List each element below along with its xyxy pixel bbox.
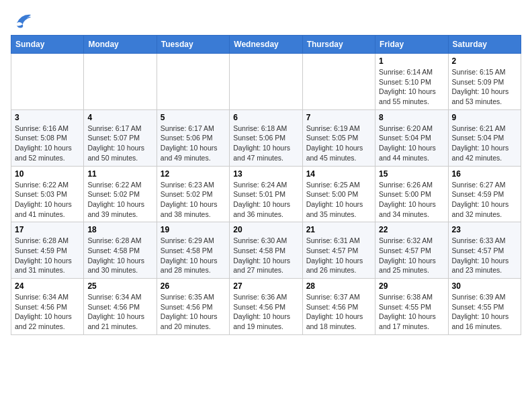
day-info: Sunrise: 6:21 AMSunset: 5:04 PMDaylight:… (452, 124, 517, 163)
calendar-header-row: SundayMondayTuesdayWednesdayThursdayFrid… (11, 36, 521, 54)
weekday-header: Wednesday (230, 36, 302, 54)
day-info: Sunrise: 6:31 AMSunset: 4:57 PMDaylight:… (306, 236, 371, 275)
day-number: 18 (87, 225, 152, 234)
day-number: 6 (233, 113, 298, 122)
calendar-week-row: 3Sunrise: 6:16 AMSunset: 5:08 PMDaylight… (11, 109, 521, 166)
day-info: Sunrise: 6:27 AMSunset: 4:59 PMDaylight:… (452, 180, 517, 220)
day-number: 2 (452, 56, 517, 66)
calendar-cell: 22Sunrise: 6:32 AMSunset: 4:57 PMDayligh… (375, 222, 448, 279)
day-number: 11 (87, 169, 152, 179)
calendar-cell: 13Sunrise: 6:24 AMSunset: 5:01 PMDayligh… (230, 166, 302, 222)
calendar-cell: 24Sunrise: 6:34 AMSunset: 4:56 PMDayligh… (11, 279, 84, 335)
calendar-cell: 6Sunrise: 6:18 AMSunset: 5:06 PMDaylight… (230, 109, 302, 166)
calendar-week-row: 24Sunrise: 6:34 AMSunset: 4:56 PMDayligh… (11, 279, 521, 335)
calendar-cell: 8Sunrise: 6:20 AMSunset: 5:04 PMDaylight… (375, 109, 448, 166)
calendar-cell: 26Sunrise: 6:35 AMSunset: 4:56 PMDayligh… (157, 279, 229, 335)
day-info: Sunrise: 6:28 AMSunset: 4:59 PMDaylight:… (15, 236, 80, 275)
logo (11, 11, 35, 30)
calendar-cell: 4Sunrise: 6:17 AMSunset: 5:07 PMDaylight… (84, 109, 157, 166)
calendar-cell: 19Sunrise: 6:29 AMSunset: 4:58 PMDayligh… (157, 222, 229, 279)
day-info: Sunrise: 6:26 AMSunset: 5:00 PMDaylight:… (379, 180, 444, 220)
calendar-week-row: 10Sunrise: 6:22 AMSunset: 5:03 PMDayligh… (11, 166, 521, 222)
calendar-cell: 23Sunrise: 6:33 AMSunset: 4:57 PMDayligh… (448, 222, 521, 279)
day-info: Sunrise: 6:30 AMSunset: 4:58 PMDaylight:… (233, 236, 298, 275)
weekday-header: Saturday (448, 36, 521, 54)
day-number: 17 (15, 225, 80, 234)
day-info: Sunrise: 6:16 AMSunset: 5:08 PMDaylight:… (15, 124, 80, 163)
day-info: Sunrise: 6:14 AMSunset: 5:10 PMDaylight:… (379, 67, 444, 107)
calendar-cell: 9Sunrise: 6:21 AMSunset: 5:04 PMDaylight… (448, 109, 521, 166)
day-info: Sunrise: 6:24 AMSunset: 5:01 PMDaylight:… (233, 180, 298, 220)
day-info: Sunrise: 6:37 AMSunset: 4:56 PMDaylight:… (306, 292, 371, 332)
day-info: Sunrise: 6:34 AMSunset: 4:56 PMDaylight:… (15, 292, 80, 332)
page-header (11, 11, 521, 30)
day-number: 1 (379, 56, 444, 66)
day-info: Sunrise: 6:19 AMSunset: 5:05 PMDaylight:… (306, 124, 371, 163)
day-info: Sunrise: 6:17 AMSunset: 5:06 PMDaylight:… (161, 124, 226, 163)
day-info: Sunrise: 6:15 AMSunset: 5:09 PMDaylight:… (452, 67, 517, 107)
calendar-cell: 1Sunrise: 6:14 AMSunset: 5:10 PMDaylight… (375, 54, 448, 110)
day-info: Sunrise: 6:25 AMSunset: 5:00 PMDaylight:… (306, 180, 371, 220)
day-number: 27 (233, 281, 298, 291)
calendar-cell: 20Sunrise: 6:30 AMSunset: 4:58 PMDayligh… (230, 222, 302, 279)
calendar-cell: 30Sunrise: 6:39 AMSunset: 4:55 PMDayligh… (448, 279, 521, 335)
calendar-cell: 27Sunrise: 6:36 AMSunset: 4:56 PMDayligh… (230, 279, 302, 335)
weekday-header: Thursday (302, 36, 375, 54)
day-number: 16 (452, 169, 517, 179)
calendar-cell (84, 54, 157, 110)
day-info: Sunrise: 6:29 AMSunset: 4:58 PMDaylight:… (161, 236, 226, 275)
day-info: Sunrise: 6:34 AMSunset: 4:56 PMDaylight:… (87, 292, 152, 332)
calendar-cell: 14Sunrise: 6:25 AMSunset: 5:00 PMDayligh… (302, 166, 375, 222)
day-number: 12 (161, 169, 226, 179)
day-info: Sunrise: 6:20 AMSunset: 5:04 PMDaylight:… (379, 124, 444, 163)
calendar-cell: 28Sunrise: 6:37 AMSunset: 4:56 PMDayligh… (302, 279, 375, 335)
weekday-header: Tuesday (157, 36, 229, 54)
day-number: 30 (452, 281, 517, 291)
day-info: Sunrise: 6:39 AMSunset: 4:55 PMDaylight:… (452, 292, 517, 332)
calendar-week-row: 1Sunrise: 6:14 AMSunset: 5:10 PMDaylight… (11, 54, 521, 110)
day-number: 9 (452, 113, 517, 122)
calendar-cell (11, 54, 84, 110)
calendar-cell (157, 54, 229, 110)
calendar-cell: 7Sunrise: 6:19 AMSunset: 5:05 PMDaylight… (302, 109, 375, 166)
weekday-header: Monday (84, 36, 157, 54)
day-info: Sunrise: 6:36 AMSunset: 4:56 PMDaylight:… (233, 292, 298, 332)
calendar-cell: 11Sunrise: 6:22 AMSunset: 5:02 PMDayligh… (84, 166, 157, 222)
calendar-cell: 2Sunrise: 6:15 AMSunset: 5:09 PMDaylight… (448, 54, 521, 110)
calendar-cell (230, 54, 302, 110)
calendar-cell: 3Sunrise: 6:16 AMSunset: 5:08 PMDaylight… (11, 109, 84, 166)
day-number: 22 (379, 225, 444, 234)
day-info: Sunrise: 6:17 AMSunset: 5:07 PMDaylight:… (87, 124, 152, 163)
calendar-cell: 21Sunrise: 6:31 AMSunset: 4:57 PMDayligh… (302, 222, 375, 279)
day-info: Sunrise: 6:28 AMSunset: 4:58 PMDaylight:… (87, 236, 152, 275)
calendar-cell: 29Sunrise: 6:38 AMSunset: 4:55 PMDayligh… (375, 279, 448, 335)
day-number: 15 (379, 169, 444, 179)
calendar-cell: 17Sunrise: 6:28 AMSunset: 4:59 PMDayligh… (11, 222, 84, 279)
day-number: 26 (161, 281, 226, 291)
day-number: 25 (87, 281, 152, 291)
weekday-header: Sunday (11, 36, 84, 54)
calendar-cell: 16Sunrise: 6:27 AMSunset: 4:59 PMDayligh… (448, 166, 521, 222)
logo-icon (11, 11, 32, 30)
calendar-table: SundayMondayTuesdayWednesdayThursdayFrid… (11, 35, 521, 335)
day-number: 28 (306, 281, 371, 291)
day-number: 10 (15, 169, 80, 179)
day-info: Sunrise: 6:22 AMSunset: 5:03 PMDaylight:… (15, 180, 80, 220)
calendar-cell (302, 54, 375, 110)
calendar-cell: 18Sunrise: 6:28 AMSunset: 4:58 PMDayligh… (84, 222, 157, 279)
day-number: 5 (161, 113, 226, 122)
day-number: 13 (233, 169, 298, 179)
calendar-cell: 12Sunrise: 6:23 AMSunset: 5:02 PMDayligh… (157, 166, 229, 222)
day-number: 14 (306, 169, 371, 179)
day-info: Sunrise: 6:33 AMSunset: 4:57 PMDaylight:… (452, 236, 517, 275)
day-number: 3 (15, 113, 80, 122)
weekday-header: Friday (375, 36, 448, 54)
day-info: Sunrise: 6:32 AMSunset: 4:57 PMDaylight:… (379, 236, 444, 275)
calendar-cell: 25Sunrise: 6:34 AMSunset: 4:56 PMDayligh… (84, 279, 157, 335)
calendar-week-row: 17Sunrise: 6:28 AMSunset: 4:59 PMDayligh… (11, 222, 521, 279)
day-number: 29 (379, 281, 444, 291)
day-number: 19 (161, 225, 226, 234)
day-number: 8 (379, 113, 444, 122)
calendar-cell: 5Sunrise: 6:17 AMSunset: 5:06 PMDaylight… (157, 109, 229, 166)
day-number: 20 (233, 225, 298, 234)
